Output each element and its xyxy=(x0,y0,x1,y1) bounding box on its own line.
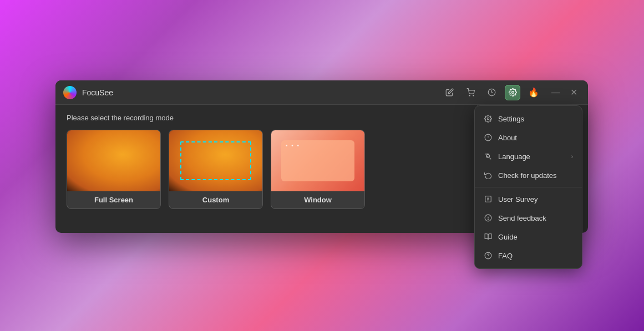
menu-item-about[interactable]: About xyxy=(475,128,582,147)
fullscreen-card[interactable]: Full Screen xyxy=(67,130,161,209)
custom-card[interactable]: Custom xyxy=(169,130,263,209)
svg-point-1 xyxy=(473,95,473,96)
menu-item-send-feedback[interactable]: Send feedback xyxy=(475,208,582,227)
menu-item-language[interactable]: Language › xyxy=(475,147,582,166)
settings-menu-icon xyxy=(484,114,493,123)
guide-menu-icon xyxy=(484,232,493,241)
custom-thumbnail xyxy=(169,130,262,191)
user-survey-menu-label: User Survey xyxy=(498,195,573,203)
fullscreen-label: Full Screen xyxy=(67,191,160,208)
menu-item-user-survey[interactable]: User Survey xyxy=(475,190,582,208)
settings-menu-label: Settings xyxy=(498,115,573,123)
menu-item-guide[interactable]: Guide xyxy=(475,227,582,246)
window-controls: — ✕ xyxy=(549,86,580,99)
guide-menu-label: Guide xyxy=(498,233,573,241)
title-bar-actions: 🔥 — ✕ xyxy=(442,85,580,100)
title-bar: FocuSee xyxy=(55,80,588,105)
faq-menu-label: FAQ xyxy=(498,252,573,260)
app-title: FocuSee xyxy=(82,88,442,97)
update-menu-icon xyxy=(484,171,493,180)
menu-divider xyxy=(475,187,582,187)
recording-section-title: Please select the recording mode xyxy=(67,114,466,122)
menu-item-faq[interactable]: FAQ xyxy=(475,246,582,265)
survey-menu-icon xyxy=(484,195,493,203)
language-menu-label: Language xyxy=(498,152,566,161)
fire-icon-button[interactable]: 🔥 xyxy=(526,85,541,100)
edit-icon-button[interactable] xyxy=(442,85,457,100)
settings-icon-button[interactable] xyxy=(505,85,520,100)
fullscreen-thumbnail xyxy=(67,130,160,191)
language-chevron-icon: › xyxy=(571,154,573,160)
menu-item-check-updates[interactable]: Check for updates xyxy=(475,166,582,185)
faq-menu-icon xyxy=(484,251,493,260)
window-card[interactable]: Window xyxy=(271,130,365,209)
mode-cards: Full Screen Custom Window xyxy=(67,130,466,209)
custom-label: Custom xyxy=(169,191,262,208)
window-card-image xyxy=(271,130,364,191)
history-icon-button[interactable] xyxy=(484,85,499,100)
svg-point-0 xyxy=(469,95,470,96)
check-updates-menu-label: Check for updates xyxy=(498,171,573,180)
window-thumbnail xyxy=(271,130,364,191)
window-label: Window xyxy=(271,191,364,208)
svg-point-12 xyxy=(487,118,489,120)
send-feedback-menu-label: Send feedback xyxy=(498,214,573,222)
language-menu-icon xyxy=(484,152,493,161)
custom-card-image xyxy=(169,130,262,191)
fullscreen-card-image xyxy=(67,130,160,191)
menu-item-settings[interactable]: Settings xyxy=(475,109,582,128)
close-button[interactable]: ✕ xyxy=(567,86,580,99)
recording-section: Please select the recording mode Full Sc… xyxy=(55,105,477,233)
minimize-button[interactable]: — xyxy=(549,86,562,99)
cart-icon-button[interactable] xyxy=(463,85,478,100)
svg-point-22 xyxy=(488,219,488,220)
about-menu-label: About xyxy=(498,134,573,142)
feedback-menu-icon xyxy=(484,213,493,222)
svg-point-3 xyxy=(511,91,514,94)
about-menu-icon xyxy=(484,133,493,142)
app-logo xyxy=(63,86,77,99)
dropdown-menu: Settings About Language › Ch xyxy=(474,105,582,269)
